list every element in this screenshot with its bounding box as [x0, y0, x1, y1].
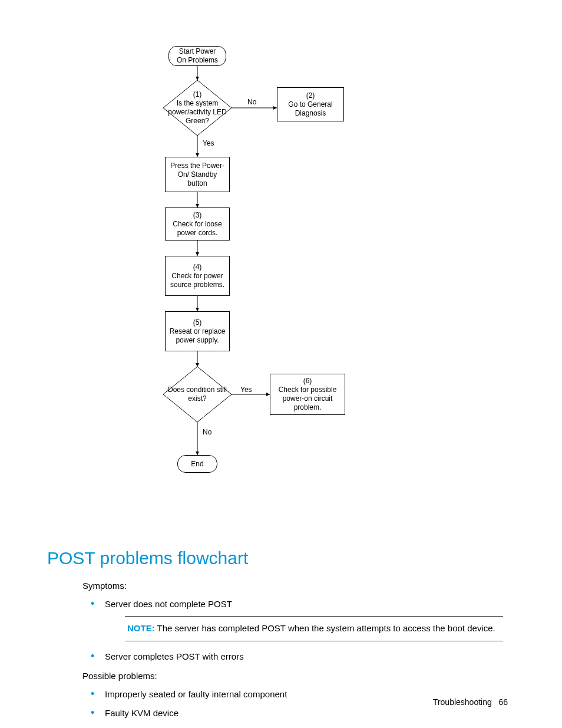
section-heading: POST problems flowchart: [47, 548, 509, 568]
flow-process-2: (2) Go to General Diagnosis: [277, 87, 344, 121]
footer-page-number: 66: [498, 697, 508, 707]
note-label: NOTE:: [127, 623, 155, 633]
list-item: Faulty video device: [105, 724, 503, 728]
flow-decision-2: Does condition still exist?: [163, 367, 232, 422]
symptoms-list: Server does not complete POST NOTE: The …: [82, 597, 503, 663]
flow-label-yes-2: Yes: [240, 386, 252, 394]
flow-decision-1: (1) Is the system power/activity LED Gre…: [163, 80, 232, 136]
note-text: The server has completed POST when the s…: [155, 623, 495, 633]
note-block: NOTE: The server has completed POST when…: [125, 616, 503, 641]
document-page: Start Power On Problems (1) Is the syste…: [0, 0, 562, 728]
flowchart-arrows: [106, 41, 389, 536]
list-item: Faulty KVM device: [105, 706, 503, 720]
flow-end: End: [177, 455, 217, 473]
symptoms-label: Symptoms:: [82, 579, 503, 592]
page-footer: Troubleshooting 66: [433, 697, 508, 707]
list-item: Server completes POST with errors: [105, 650, 503, 663]
flow-label-no-1: No: [247, 98, 256, 106]
flow-process-4: (4) Check for power source problems.: [165, 256, 230, 296]
flow-process-6: (6) Check for possible power-on circuit …: [270, 374, 345, 415]
flow-start: Start Power On Problems: [168, 46, 226, 66]
possible-problems-list: Improperly seated or faulty internal com…: [82, 687, 503, 728]
flowchart-diagram: Start Power On Problems (1) Is the syste…: [106, 41, 389, 536]
flow-process-3: (3) Check for loose power cords.: [165, 207, 230, 241]
list-item: Server does not complete POST NOTE: The …: [105, 597, 503, 641]
footer-section-name: Troubleshooting: [433, 697, 492, 707]
flow-process-press: Press the Power-On/ Standby button: [165, 157, 230, 192]
flow-label-no-2: No: [203, 428, 211, 436]
flow-label-yes-1: Yes: [203, 139, 214, 147]
flow-process-5: (5) Reseat or replace power supply.: [165, 311, 230, 351]
possible-problems-label: Possible problems:: [82, 669, 503, 683]
